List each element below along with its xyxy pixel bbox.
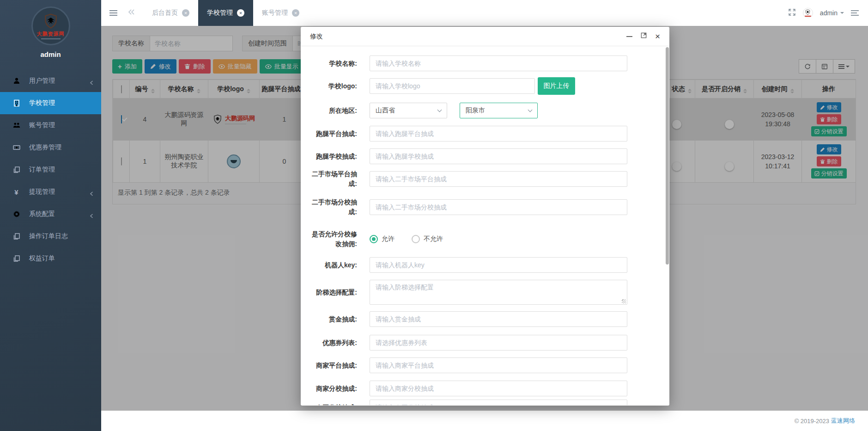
close-icon[interactable]: × bbox=[655, 32, 660, 41]
user-icon bbox=[12, 77, 20, 85]
fullscreen-icon[interactable] bbox=[788, 8, 796, 18]
sidebar-item-label: 优惠券管理 bbox=[29, 143, 61, 152]
radio-icon bbox=[370, 235, 378, 243]
avatar[interactable] bbox=[803, 8, 813, 18]
sidebar-item-label: 提现管理 bbox=[29, 188, 55, 196]
goldbean-branch-cut-field[interactable] bbox=[370, 400, 627, 405]
tab-label: 账号管理 bbox=[262, 9, 288, 17]
field-label: 跑腿学校抽成: bbox=[306, 148, 357, 164]
sidebar-item-users[interactable]: 用户管理 bbox=[0, 70, 101, 92]
field-label: 阶梯选择配置: bbox=[306, 280, 357, 305]
modal-title: 修改 bbox=[310, 32, 323, 41]
brand-logo-text: 大鹏资源网 bbox=[37, 31, 65, 37]
gear-icon bbox=[12, 210, 20, 218]
tab-label: 后台首页 bbox=[152, 9, 178, 17]
field-label: 学校logo: bbox=[306, 78, 357, 94]
tab-label: 学校管理 bbox=[207, 9, 233, 17]
maximize-icon[interactable] bbox=[640, 32, 647, 41]
field-label: 金豆分校抽成: bbox=[306, 400, 357, 405]
school-name-field[interactable] bbox=[370, 55, 627, 71]
secondhand-branch-cut-field[interactable] bbox=[370, 199, 627, 215]
orders-icon bbox=[12, 166, 20, 174]
chevron-down-icon bbox=[840, 12, 844, 14]
sidebar-username: admin bbox=[40, 50, 61, 58]
sidebar-item-settings[interactable]: 系统配置 bbox=[0, 203, 101, 225]
province-select[interactable]: 山西省 bbox=[370, 103, 447, 118]
sidebar-item-coupons[interactable]: 优惠券管理 bbox=[0, 136, 101, 159]
deny-radio[interactable]: 不允许 bbox=[412, 231, 443, 247]
coupon-icon bbox=[12, 144, 20, 152]
errand-school-cut-field[interactable] bbox=[370, 148, 627, 164]
secondhand-platform-cut-field[interactable] bbox=[370, 171, 627, 187]
chevron-down-icon bbox=[437, 108, 442, 112]
sidebar-item-label: 系统配置 bbox=[29, 210, 55, 218]
chevron-left-icon bbox=[90, 79, 93, 86]
field-label: 赏金抽成: bbox=[306, 311, 357, 327]
field-label: 所在地区: bbox=[306, 103, 357, 118]
field-label: 跑腿平台抽成: bbox=[306, 126, 357, 142]
school-logo-field[interactable] bbox=[370, 78, 535, 94]
app-root: 大鹏资源网 admin 用户管理 学校管理 账号管理 优惠券管理 bbox=[0, 0, 868, 431]
eagle-logo-icon bbox=[42, 13, 59, 30]
sidebar-item-label: 学校管理 bbox=[29, 99, 55, 107]
rights-order-icon bbox=[12, 255, 20, 263]
topbar: 后台首页 × 学校管理 × 账号管理 × admin bbox=[101, 0, 868, 26]
sidebar-menu: 用户管理 学校管理 账号管理 优惠券管理 订单管理 ¥ 提现管理 bbox=[0, 70, 101, 270]
errand-platform-cut-field[interactable] bbox=[370, 126, 627, 142]
page-footer: © 2019-2023 蓝速网络 bbox=[101, 411, 868, 431]
sidebar-item-schools[interactable]: 学校管理 bbox=[0, 92, 101, 114]
radio-label: 允许 bbox=[382, 235, 395, 243]
image-upload-button[interactable]: 图片上传 bbox=[538, 77, 575, 95]
coupon-list-field[interactable] bbox=[370, 335, 627, 351]
yen-icon: ¥ bbox=[12, 188, 20, 196]
tab-close-icon[interactable]: × bbox=[237, 9, 244, 17]
sidebar-item-rights-orders[interactable]: 权益订单 bbox=[0, 247, 101, 270]
sidebar-item-orders[interactable]: 订单管理 bbox=[0, 159, 101, 181]
user-menu[interactable]: admin bbox=[820, 9, 844, 17]
eagle-logo-icon bbox=[805, 9, 811, 15]
sidebar-item-accounts[interactable]: 账号管理 bbox=[0, 114, 101, 136]
tier-config-field[interactable] bbox=[370, 280, 627, 305]
bounty-cut-field[interactable] bbox=[370, 311, 627, 327]
modal-scrollbar[interactable] bbox=[666, 47, 669, 265]
brand-logo: 大鹏资源网 admin bbox=[0, 0, 101, 58]
allow-radio[interactable]: 允许 bbox=[370, 231, 395, 247]
tabs-scroll-left-icon[interactable] bbox=[127, 9, 135, 17]
field-label: 优惠券列表: bbox=[306, 335, 357, 351]
tab-close-icon[interactable]: × bbox=[292, 9, 299, 17]
sidebar-item-order-log[interactable]: 操作订单日志 bbox=[0, 225, 101, 247]
field-label: 二手市场分校抽成: bbox=[306, 199, 357, 215]
avatar-red-bar bbox=[805, 16, 811, 17]
order-log-icon bbox=[12, 233, 20, 240]
sidebar-item-label: 操作订单日志 bbox=[29, 232, 68, 240]
tab-school-management[interactable]: 学校管理 × bbox=[198, 0, 253, 26]
radio-icon bbox=[412, 235, 420, 243]
sidebar-item-label: 权益订单 bbox=[29, 254, 55, 263]
city-select[interactable]: 阳泉市 bbox=[460, 103, 538, 118]
radio-label: 不允许 bbox=[424, 235, 443, 243]
field-label: 二手市场平台抽成: bbox=[306, 171, 357, 187]
modal-body: 学校名称: 学校logo: 图片上传 所在地区: 山西省 阳泉市 跑腿平台抽成:… bbox=[301, 46, 669, 405]
sidebar-item-label: 账号管理 bbox=[29, 121, 55, 129]
merchant-platform-cut-field[interactable] bbox=[370, 357, 627, 373]
topbar-right: admin bbox=[788, 0, 868, 26]
minimize-icon[interactable] bbox=[626, 36, 632, 37]
chevron-down-icon bbox=[528, 108, 533, 112]
tab-close-icon[interactable]: × bbox=[182, 9, 189, 17]
resize-handle-icon[interactable] bbox=[622, 299, 626, 303]
quick-menu-icon[interactable] bbox=[851, 10, 859, 16]
tab-account-management[interactable]: 账号管理 × bbox=[253, 0, 308, 26]
brand-logo-circle: 大鹏资源网 bbox=[31, 6, 70, 45]
field-label: 商家分校抽成: bbox=[306, 381, 357, 396]
sidebar-item-withdraw[interactable]: ¥ 提现管理 bbox=[0, 181, 101, 203]
tab-dashboard[interactable]: 后台首页 × bbox=[143, 0, 198, 26]
merchant-branch-cut-field[interactable] bbox=[370, 381, 627, 396]
hamburger-menu-icon[interactable] bbox=[109, 10, 117, 16]
sidebar-item-label: 订单管理 bbox=[29, 166, 55, 174]
robot-key-field[interactable] bbox=[370, 257, 627, 273]
field-label: 学校名称: bbox=[306, 55, 357, 71]
field-label: 是否允许分校修改抽佣: bbox=[306, 231, 357, 247]
modal-header: 修改 × bbox=[301, 27, 669, 46]
company-link[interactable]: 蓝速网络 bbox=[831, 417, 855, 425]
chevron-left-icon bbox=[90, 190, 93, 197]
